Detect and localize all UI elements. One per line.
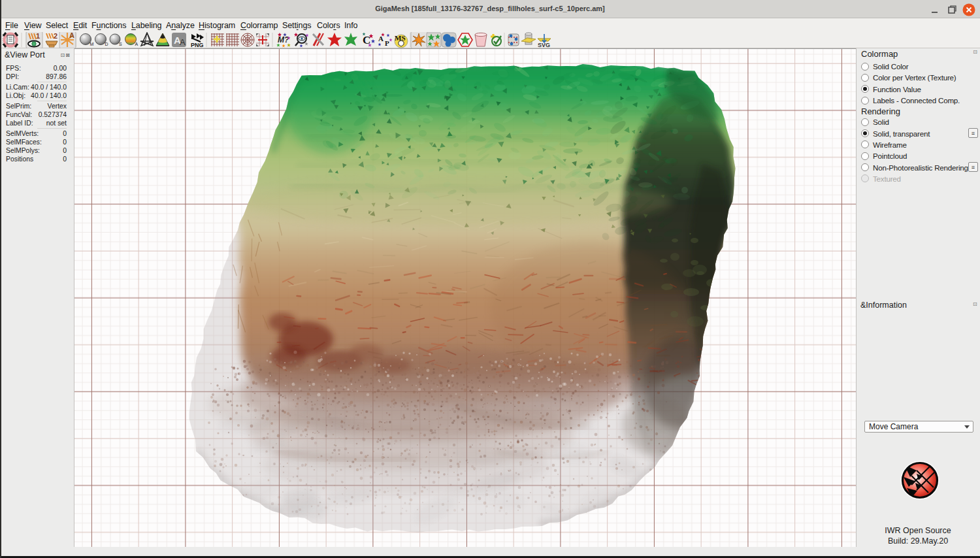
svg-text:M: M: [90, 42, 94, 46]
svg-text:2: 2: [54, 32, 57, 40]
svg-text:PNG: PNG: [191, 42, 204, 48]
svg-text:SVG: SVG: [538, 42, 550, 48]
svg-text:1: 1: [36, 32, 40, 40]
svg-text:A: A: [180, 37, 186, 47]
svg-text:D: D: [105, 42, 108, 46]
svg-text:P: P: [385, 39, 389, 47]
svg-text:A: A: [69, 32, 74, 39]
svg-text:S: S: [119, 42, 122, 46]
svg-text:MS: MS: [395, 34, 406, 42]
svg-text:A: A: [135, 42, 139, 46]
svg-text:A: A: [378, 35, 384, 42]
svg-text:M?: M?: [278, 35, 289, 44]
